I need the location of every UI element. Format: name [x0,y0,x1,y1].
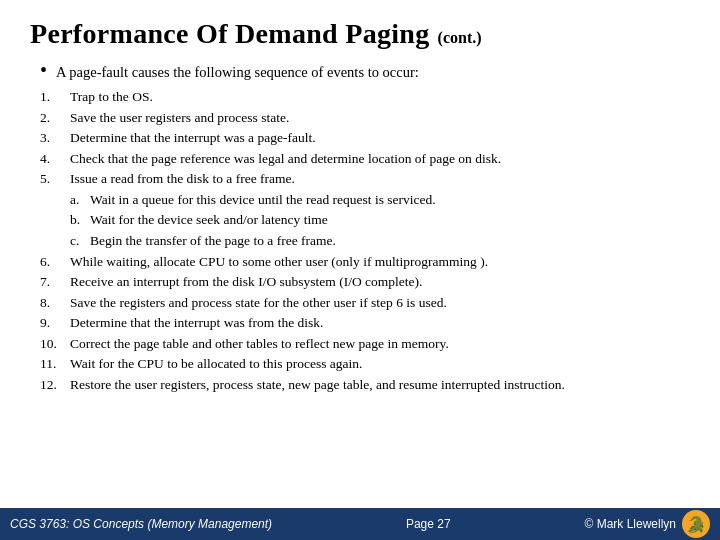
num-text: Wait for the CPU to be allocated to this… [70,354,362,374]
list-item: 4. Check that the page reference was leg… [40,149,690,169]
sub-list: a. Wait in a queue for this device until… [70,190,690,251]
gator-logo: 🐊 [682,510,710,538]
num-text: Save the registers and process state for… [70,293,447,313]
sub-label: a. [70,192,90,208]
num-label: 3. [40,130,70,146]
num-text: Check that the page reference was legal … [70,149,501,169]
list-item: 9. Determine that the interrupt was from… [40,313,690,333]
num-label: 2. [40,110,70,126]
title-row: Performance Of Demand Paging (cont.) [30,18,690,50]
list-item: 8. Save the registers and process state … [40,293,690,313]
num-label: 11. [40,356,70,372]
num-text: Correct the page table and other tables … [70,334,449,354]
sub-text: Begin the transfer of the page to a free… [90,231,336,251]
list-item: 10. Correct the page table and other tab… [40,334,690,354]
footer-right: © Mark Llewellyn 🐊 [584,510,710,538]
slide: Performance Of Demand Paging (cont.) • A… [0,0,720,540]
list-item: 1. Trap to the OS. [40,87,690,107]
bullet-section: • A page-fault causes the following sequ… [40,60,690,81]
footer-course: CGS 3763: OS Concepts (Memory Management… [10,517,272,531]
slide-title: Performance Of Demand Paging [30,18,430,50]
list-item: 7. Receive an interrupt from the disk I/… [40,272,690,292]
list-item: 5. Issue a read from the disk to a free … [40,169,690,189]
num-text: Receive an interrupt from the disk I/O s… [70,272,422,292]
num-label: 5. [40,171,70,187]
sub-text: Wait in a queue for this device until th… [90,190,436,210]
bullet-item: • A page-fault causes the following sequ… [40,60,690,81]
list-item: 11. Wait for the CPU to be allocated to … [40,354,690,374]
num-text: Restore the user registers, process stat… [70,375,565,395]
bullet-dot: • [40,60,56,80]
sub-item: c. Begin the transfer of the page to a f… [70,231,690,251]
list-item: 6. While waiting, allocate CPU to some o… [40,252,690,272]
num-label: 10. [40,336,70,352]
slide-title-cont: (cont.) [438,29,482,47]
num-text: While waiting, allocate CPU to some othe… [70,252,488,272]
num-label: 1. [40,89,70,105]
footer: CGS 3763: OS Concepts (Memory Management… [0,508,720,540]
num-text: Trap to the OS. [70,87,153,107]
num-text: Determine that the interrupt was from th… [70,313,323,333]
num-label: 9. [40,315,70,331]
sub-item: a. Wait in a queue for this device until… [70,190,690,210]
num-label: 8. [40,295,70,311]
num-text: Save the user registers and process stat… [70,108,289,128]
list-item: 3. Determine that the interrupt was a pa… [40,128,690,148]
num-label: 6. [40,254,70,270]
sub-label: b. [70,212,90,228]
sub-item: b. Wait for the device seek and/or laten… [70,210,690,230]
num-text: Issue a read from the disk to a free fra… [70,169,295,189]
sub-label: c. [70,233,90,249]
numbered-list: 1. Trap to the OS. 2. Save the user regi… [40,87,690,394]
num-label: 12. [40,377,70,393]
list-item: 2. Save the user registers and process s… [40,108,690,128]
list-item: 12. Restore the user registers, process … [40,375,690,395]
num-label: 7. [40,274,70,290]
content-area: • A page-fault causes the following sequ… [30,60,690,540]
footer-page: Page 27 [406,517,451,531]
sub-text: Wait for the device seek and/or latency … [90,210,328,230]
footer-copyright: © Mark Llewellyn [584,517,676,531]
num-text: Determine that the interrupt was a page-… [70,128,316,148]
bullet-text: A page-fault causes the following sequen… [56,64,419,81]
num-label: 4. [40,151,70,167]
